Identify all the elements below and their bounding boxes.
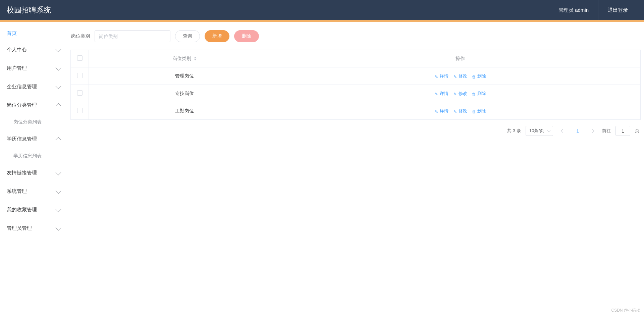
row-category: 专技岗位 — [89, 85, 280, 102]
total-text: 共 3 条 — [507, 128, 521, 134]
table-row: 专技岗位详情修改删除 — [71, 85, 641, 102]
row-checkbox-cell — [71, 85, 89, 102]
chevron-down-icon — [56, 169, 61, 175]
edit-icon — [453, 109, 457, 113]
goto-suffix: 页 — [635, 128, 639, 134]
toolbar: 岗位类别 查询 新增 删除 — [70, 30, 641, 42]
row-actions-cell: 详情修改删除 — [280, 67, 641, 85]
app-title: 校园招聘系统 — [7, 5, 549, 15]
add-button[interactable]: 新增 — [205, 30, 229, 42]
trash-icon — [472, 74, 476, 78]
sidebar-subitem[interactable]: 岗位分类列表 — [0, 114, 67, 130]
row-action-label: 修改 — [459, 108, 467, 114]
admin-label[interactable]: 管理员 admin — [549, 0, 598, 20]
sidebar-item[interactable]: 管理员管理 — [0, 219, 67, 238]
sidebar-subitem[interactable]: 学历信息列表 — [0, 148, 67, 164]
prev-page-button[interactable] — [558, 126, 568, 136]
edit-button[interactable]: 修改 — [453, 91, 467, 97]
layout: 首页 个人中心用户管理企业信息管理岗位分类管理岗位分类列表学历信息管理学历信息列… — [0, 22, 644, 238]
trash-icon — [472, 109, 476, 113]
page-size-label: 10条/页 — [529, 128, 544, 134]
filter-input[interactable] — [95, 30, 170, 42]
edit-icon — [434, 109, 438, 113]
table-row: 管理岗位详情修改删除 — [71, 67, 641, 85]
sidebar-item[interactable]: 岗位分类管理 — [0, 96, 67, 114]
sidebar: 首页 个人中心用户管理企业信息管理岗位分类管理岗位分类列表学历信息管理学历信息列… — [0, 22, 67, 238]
row-checkbox-cell — [71, 102, 89, 120]
col-category[interactable]: 岗位类别 — [89, 50, 280, 67]
main-content: 岗位类别 查询 新增 删除 岗位类别 — [67, 22, 644, 238]
row-actions-cell: 详情修改删除 — [280, 85, 641, 102]
row-action-label: 详情 — [440, 73, 448, 79]
row-action-label: 删除 — [477, 91, 486, 97]
logout-button[interactable]: 退出登录 — [598, 0, 637, 20]
row-category: 管理岗位 — [89, 67, 280, 85]
sidebar-item[interactable]: 系统管理 — [0, 182, 67, 201]
edit-icon — [453, 92, 457, 96]
table-row: 工勤岗位详情修改删除 — [71, 102, 641, 120]
sidebar-item[interactable]: 个人中心 — [0, 41, 67, 59]
delete-button[interactable]: 删除 — [234, 30, 259, 42]
col-checkbox — [71, 50, 89, 67]
sidebar-home[interactable]: 首页 — [0, 26, 67, 41]
row-checkbox[interactable] — [77, 90, 83, 96]
sort-icon[interactable] — [194, 57, 197, 60]
header-right: 管理员 admin 退出登录 — [549, 0, 637, 20]
detail-button[interactable]: 详情 — [434, 73, 448, 79]
col-actions-label: 操作 — [455, 56, 465, 61]
chevron-up-icon — [56, 137, 61, 143]
row-actions-cell: 详情修改删除 — [280, 102, 641, 120]
row-delete-button[interactable]: 删除 — [472, 73, 486, 79]
sort-desc-icon — [194, 59, 197, 60]
row-delete-button[interactable]: 删除 — [472, 108, 486, 114]
sidebar-item-label: 管理员管理 — [7, 225, 32, 231]
col-category-label: 岗位类别 — [172, 56, 191, 61]
chevron-down-icon — [56, 46, 61, 52]
row-action-label: 详情 — [440, 108, 448, 114]
sidebar-item-label: 我的收藏管理 — [7, 207, 37, 213]
chevron-right-icon — [590, 129, 594, 133]
edit-icon — [453, 74, 457, 78]
page-size-select[interactable]: 10条/页 — [526, 126, 553, 136]
chevron-down-icon — [56, 206, 61, 212]
sidebar-item[interactable]: 用户管理 — [0, 59, 67, 77]
chevron-down-icon — [547, 129, 551, 132]
filter-label: 岗位类别 — [71, 33, 90, 39]
goto-prefix: 前往 — [602, 128, 611, 134]
row-action-label: 修改 — [459, 91, 467, 97]
detail-button[interactable]: 详情 — [434, 91, 448, 97]
row-action-label: 删除 — [477, 73, 486, 79]
chevron-down-icon — [56, 225, 61, 230]
sidebar-item[interactable]: 我的收藏管理 — [0, 201, 67, 219]
chevron-up-icon — [56, 103, 61, 109]
row-checkbox-cell — [71, 67, 89, 85]
col-actions: 操作 — [280, 50, 641, 67]
header: 校园招聘系统 管理员 admin 退出登录 — [0, 0, 644, 20]
sidebar-item-label: 学历信息管理 — [7, 136, 37, 142]
row-checkbox[interactable] — [77, 108, 83, 113]
detail-button[interactable]: 详情 — [434, 108, 448, 114]
sidebar-item[interactable]: 企业信息管理 — [0, 77, 67, 96]
row-action-label: 修改 — [459, 73, 467, 79]
page-number[interactable]: 1 — [573, 126, 583, 136]
sidebar-item-label: 岗位分类管理 — [7, 102, 37, 108]
sort-asc-icon — [194, 57, 197, 58]
chevron-left-icon — [561, 129, 565, 133]
search-button[interactable]: 查询 — [175, 30, 200, 42]
row-action-label: 详情 — [440, 91, 448, 97]
edit-button[interactable]: 修改 — [453, 73, 467, 79]
row-delete-button[interactable]: 删除 — [472, 91, 486, 97]
sidebar-item-label: 企业信息管理 — [7, 84, 37, 90]
sidebar-item-label: 用户管理 — [7, 65, 27, 71]
chevron-down-icon — [56, 65, 61, 70]
sidebar-item[interactable]: 学历信息管理 — [0, 130, 67, 148]
row-checkbox[interactable] — [77, 73, 83, 78]
trash-icon — [472, 92, 476, 96]
select-all-checkbox[interactable] — [77, 55, 83, 61]
next-page-button[interactable] — [587, 126, 597, 136]
sidebar-item-label: 个人中心 — [7, 47, 27, 53]
sidebar-item[interactable]: 友情链接管理 — [0, 164, 67, 182]
goto-input[interactable] — [615, 126, 630, 136]
chevron-down-icon — [56, 83, 61, 89]
edit-button[interactable]: 修改 — [453, 108, 467, 114]
